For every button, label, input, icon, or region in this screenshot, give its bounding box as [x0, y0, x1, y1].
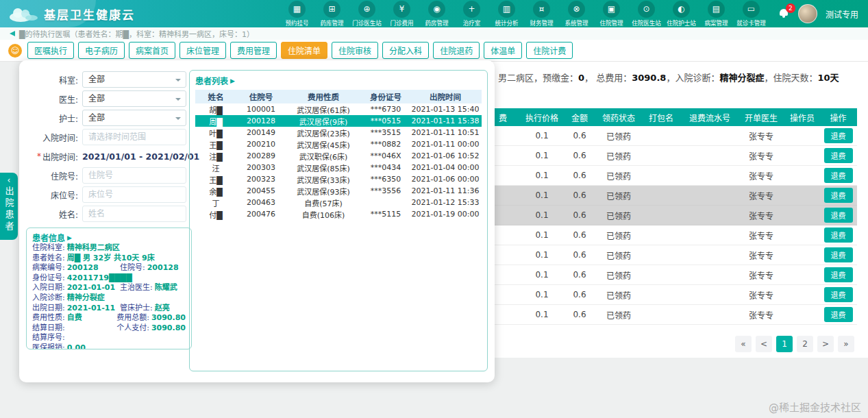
admit-date-label: 入院时间: [26, 132, 78, 143]
nav-item-appointment[interactable]: ▦预约挂号 [282, 1, 312, 27]
patient-list-cell: 2021-01-11 11:36 [410, 186, 480, 195]
avatar[interactable] [798, 4, 817, 23]
patient-list-cell: 200323 [236, 175, 286, 184]
patient-info-pair: 主治医生:陈耀武 [120, 283, 177, 293]
function-tab[interactable]: 住院审核 [332, 42, 378, 59]
page-button[interactable]: > [817, 336, 834, 352]
patient-list-cell: 自费(106床) [286, 209, 361, 220]
admit-date-input[interactable] [82, 129, 186, 145]
notification-badge: 2 [786, 3, 795, 13]
nav-item-medical-records[interactable]: ▤病案管理 [701, 1, 732, 27]
nav-item-outpatient-fee[interactable]: ¥门诊费用 [386, 1, 417, 27]
patient-list-cell: 周█ [195, 116, 236, 127]
function-tab[interactable]: 分配入科 [382, 42, 429, 59]
patient-list-row[interactable]: 余█200455武汉居保(93床)***35562021-01-11 11:36 [195, 185, 482, 197]
dept-select[interactable]: 全部 [82, 71, 186, 88]
doctor-field: 医生: 全部 [26, 89, 190, 108]
function-tab[interactable]: 住院清单 [281, 42, 327, 59]
nav-item-dispensary[interactable]: ◉药房管理 [421, 1, 452, 27]
refund-button[interactable]: 退费 [824, 228, 853, 243]
chevron-down-icon [175, 117, 181, 123]
nav-item-system[interactable]: ⊗系统管理 [561, 1, 592, 27]
patient-info-pair: 医保报销:0.00 [32, 343, 86, 349]
doctor-select-value: 全部 [88, 94, 105, 103]
refund-button[interactable]: 退费 [824, 267, 853, 282]
nav-item-finance[interactable]: ¤财务管理 [526, 1, 557, 27]
charge-table-row: 0.10.6已领药张专专退费 [484, 126, 857, 146]
refund-button[interactable]: 退费 [824, 307, 853, 322]
patient-list-row[interactable]: 付█200476自费(106床)***51152021-01-19 00:00 [195, 208, 482, 220]
patient-list-cell: ***5115 [361, 210, 410, 219]
refund-button[interactable]: 退费 [824, 148, 853, 163]
app-logo: 基层卫生健康云 [8, 5, 135, 23]
charge-cell: 0.1 [522, 151, 562, 160]
function-tab[interactable]: 电子病历 [78, 42, 125, 59]
nav-item-label: 预约挂号 [282, 19, 312, 27]
function-tab[interactable]: 体温单 [484, 42, 522, 59]
patient-info-pair: 管床护士:赵亮 [120, 304, 170, 314]
app-root: 基层卫生健康云 ▦预约挂号⊞药库管理⊕门诊医生站¥门诊费用◉药房管理+治疗室▥统… [0, 0, 868, 418]
page-button[interactable]: 1 [776, 336, 793, 352]
nav-item-label: 住院护士站 [667, 19, 696, 27]
function-tab[interactable]: 床位管理 [179, 42, 226, 59]
refund-button[interactable]: 退费 [824, 188, 853, 203]
page-button[interactable]: < [756, 336, 772, 352]
page-button[interactable]: » [838, 336, 854, 352]
nav-item-stats-analysis[interactable]: ▥统计分析 [491, 1, 522, 27]
refund-button[interactable]: 退费 [824, 128, 853, 143]
patient-list-cell: 2021-01-06 00:00 [410, 175, 480, 184]
search-form: 科室: 全部 医生: 全部 护士: 全部 [26, 70, 190, 223]
nav-item-drug-store[interactable]: ⊞药库管理 [317, 1, 347, 27]
patient-info-pair: 费用性质:自费 [32, 313, 116, 323]
patient-info-label: 费用性质: [32, 313, 65, 323]
page-button[interactable]: « [735, 336, 752, 352]
inpatient-no-input[interactable] [82, 167, 186, 184]
nav-item-visit-card[interactable]: ▭就诊卡管理 [736, 1, 767, 27]
function-tab[interactable]: 住院计费 [526, 42, 573, 59]
notifications-button[interactable]: 2 [779, 8, 790, 19]
patient-list-cell: 200289 [236, 151, 286, 160]
refund-button[interactable]: 退费 [824, 287, 853, 302]
patient-list-row[interactable]: 汪200303武汉居保(85床)***04342021-01-04 00:00 [195, 162, 482, 173]
patient-list-row[interactable]: 胡█100001武汉居保(61床)***67302021-01-13 15:40 [195, 103, 482, 115]
patient-info-pair: 费用总额:3090.80 [116, 313, 186, 323]
side-tab-discharged-patients[interactable]: ‹ 出院患者 [0, 173, 18, 240]
nav-item-inpatient-mgmt[interactable]: ▣住院管理 [596, 1, 627, 27]
nurse-select[interactable]: 全部 [82, 110, 186, 126]
patient-list-cell: 武汉居保(9床) [286, 116, 361, 127]
name-input[interactable] [82, 206, 186, 222]
username-label: 测试专用 [826, 8, 858, 20]
charge-cell: 0.1 [522, 310, 562, 319]
patient-list-row[interactable]: 注█200289武汉职保(6床)***046X2021-01-06 10:52 [195, 150, 482, 162]
function-tab[interactable]: 住院退药 [433, 42, 480, 59]
patient-info-label: 身份证号: [32, 273, 65, 284]
nav-item-inpatient-doctor[interactable]: ⊙住院医生站 [631, 1, 662, 27]
refund-button[interactable]: 退费 [824, 208, 853, 223]
doctor-select[interactable]: 全部 [82, 90, 186, 107]
charge-cell: 0.1 [522, 131, 562, 140]
notice-bar: █的待执行医嘱（患者姓名：期█，科室：精神科男一病区，床号：1） [0, 27, 868, 40]
page-button[interactable]: 2 [797, 336, 813, 352]
function-tab[interactable]: 病案首页 [129, 42, 175, 59]
patient-list-row[interactable]: 王█200210武汉居保(45床)***08822021-01-11 00:00 [195, 138, 482, 150]
patient-list-cell: 200463 [236, 198, 286, 207]
patient-list-cell: 武汉居保(45床) [286, 139, 361, 150]
bed-no-input[interactable] [82, 186, 186, 203]
refund-button[interactable]: 退费 [824, 247, 853, 262]
patient-list-row[interactable]: 周█200128武汉居保(9床)***05152021-01-11 15:38 [195, 115, 482, 127]
patient-list-row[interactable]: 丁200463自费(57床)2021-01-12 15:33 [195, 197, 482, 208]
nav-item-treatment-room[interactable]: +治疗室 [456, 1, 487, 27]
discharge-date-range[interactable]: 2021/01/01 - 2021/02/01 [82, 151, 199, 162]
patient-list-row[interactable]: 叶█200149武汉居保(23床)***35152021-01-11 10:51 [195, 127, 482, 138]
patient-list-cell: 2021-01-11 00:00 [410, 140, 480, 149]
patient-info-panel: 患者信息 ▶ 住院科室:精神科男二病区患者姓名:周█ 男 32岁 共10天 9床… [26, 228, 192, 349]
function-tab[interactable]: 费用管理 [230, 42, 277, 59]
charge-cell: 张专专 [737, 150, 785, 162]
patient-list-row[interactable]: 王█200323武汉居保(33床)***63502021-01-06 00:00 [195, 173, 482, 185]
nav-item-outpatient-doctor[interactable]: ⊕门诊医生站 [351, 1, 382, 27]
function-tab[interactable]: 医嘱执行 [27, 42, 74, 59]
patient-info-pair: 结算日期: [32, 323, 116, 334]
refund-button[interactable]: 退费 [824, 168, 853, 183]
ward-summary-segment: ，住院天数： [764, 73, 817, 83]
nav-item-inpatient-nurse[interactable]: ◐住院护士站 [666, 1, 697, 27]
